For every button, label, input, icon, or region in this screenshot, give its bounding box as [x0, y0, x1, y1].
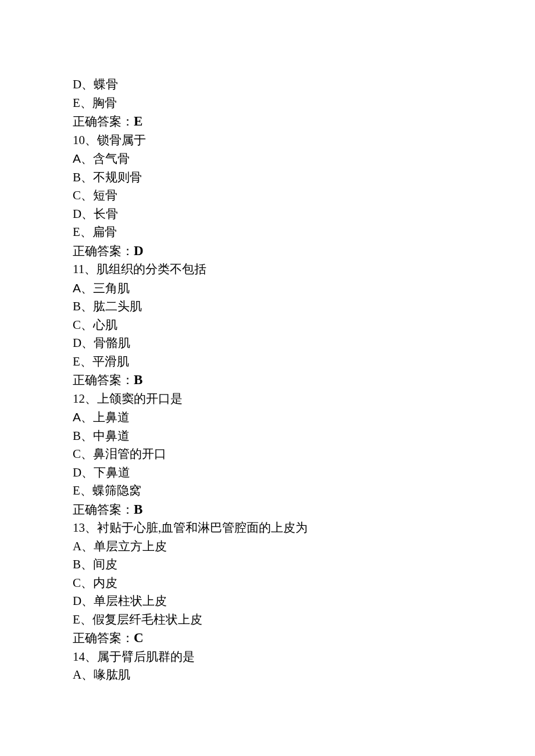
answer-label: 正确答案： — [73, 503, 134, 517]
answer-letter: E — [134, 114, 142, 128]
document-page: D、蝶骨 E、胸骨 正确答案：E 10、锁骨属于 A、含气骨 B、不规则骨 C、… — [0, 0, 535, 685]
option-b: B、肱二头肌 — [73, 298, 462, 316]
option-c: C、鼻泪管的开口 — [73, 445, 462, 464]
option-letter: A — [73, 281, 81, 295]
question-13: 13、衬贴于心脏,血管和淋巴管腔面的上皮为 — [73, 519, 462, 538]
option-text: 、含气骨 — [81, 152, 130, 166]
option-c: C、短骨 — [73, 187, 462, 205]
option-text: 、上鼻道 — [81, 410, 130, 424]
option-b: B、不规则骨 — [73, 169, 462, 187]
option-b: B、间皮 — [73, 556, 462, 574]
option-letter: A — [73, 152, 81, 165]
option-d: D、骨骼肌 — [73, 334, 462, 353]
answer-letter: B — [134, 502, 142, 517]
option-e: E、扁骨 — [73, 223, 462, 242]
option-a: A、单层立方上皮 — [73, 538, 462, 556]
option-d: D、单层柱状上皮 — [73, 592, 462, 611]
answer-label: 正确答案： — [73, 373, 134, 387]
correct-answer-line: 正确答案：B — [73, 371, 462, 390]
option-a: A、上鼻道 — [73, 408, 462, 427]
option-c: C、心肌 — [73, 316, 462, 335]
option-e: E、平滑肌 — [73, 353, 462, 371]
option-d: D、蝶骨 — [73, 76, 462, 94]
option-a: A、喙肱肌 — [73, 666, 462, 685]
correct-answer-line: 正确答案：B — [73, 500, 462, 519]
question-14: 14、属于臂后肌群的是 — [73, 648, 462, 667]
option-d: D、下鼻道 — [73, 464, 462, 482]
option-e: E、假复层纤毛柱状上皮 — [73, 611, 462, 629]
correct-answer-line: 正确答案：D — [73, 242, 462, 261]
answer-label: 正确答案： — [73, 244, 134, 258]
option-a: A、三角肌 — [73, 279, 462, 298]
answer-label: 正确答案： — [73, 114, 134, 128]
correct-answer-line: 正确答案：C — [73, 629, 462, 648]
answer-letter: C — [134, 630, 144, 645]
option-c: C、内皮 — [73, 574, 462, 593]
option-text: 、三角肌 — [81, 281, 130, 295]
option-letter: A — [73, 410, 81, 424]
option-e: E、蝶筛隐窝 — [73, 482, 462, 500]
question-12: 12、上颌窦的开口是 — [73, 390, 462, 409]
answer-letter: D — [134, 243, 144, 258]
option-b: B、中鼻道 — [73, 427, 462, 446]
option-d: D、长骨 — [73, 205, 462, 224]
answer-letter: B — [134, 372, 142, 387]
option-a: A、含气骨 — [73, 149, 462, 169]
option-e: E、胸骨 — [73, 94, 462, 113]
correct-answer-line: 正确答案：E — [73, 112, 462, 131]
question-10: 10、锁骨属于 — [73, 131, 462, 150]
question-11: 11、肌组织的分类不包括 — [73, 260, 462, 279]
answer-label: 正确答案： — [73, 631, 134, 645]
